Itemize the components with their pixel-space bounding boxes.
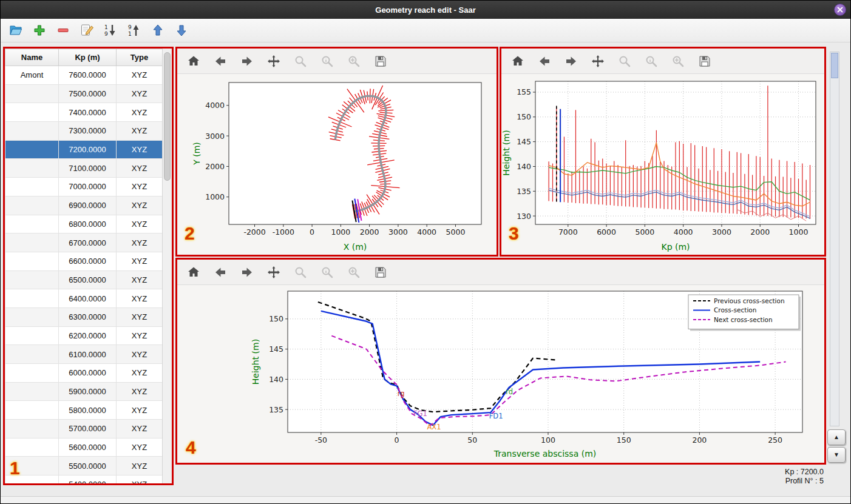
home-icon[interactable]	[186, 264, 202, 280]
remove-icon[interactable]	[55, 22, 71, 38]
save-icon[interactable]	[373, 53, 388, 69]
table-row[interactable]: 6700.0000XYZ	[5, 234, 163, 252]
open-icon[interactable]	[8, 22, 24, 38]
zoom-icon[interactable]	[293, 53, 308, 69]
svg-text:7000: 7000	[558, 227, 578, 237]
table-scrollbar[interactable]	[162, 49, 172, 483]
table-row[interactable]: 6600.0000XYZ	[5, 252, 163, 270]
move-down-icon[interactable]	[174, 22, 189, 38]
table-scrollbar-thumb[interactable]	[164, 52, 171, 181]
table-row[interactable]: 5800.0000XYZ	[5, 401, 163, 420]
table-row[interactable]: 5700.0000XYZ	[5, 420, 163, 438]
close-button[interactable]	[834, 4, 846, 16]
profile-previous-button[interactable]: ▲	[827, 429, 846, 445]
column-header-kp: Kp (m)	[59, 49, 117, 66]
edit-icon[interactable]	[79, 22, 95, 38]
forward-icon[interactable]	[563, 53, 579, 69]
cell-type: XYZ	[117, 66, 163, 85]
forward-icon[interactable]	[239, 264, 255, 280]
svg-text:Previous cross-section: Previous cross-section	[714, 297, 785, 304]
forward-icon[interactable]	[239, 53, 255, 69]
title-bar[interactable]: Geometry reach edit - Saar	[1, 1, 850, 19]
table-row[interactable]: 6000.0000XYZ	[5, 364, 163, 383]
cell-type: XYZ	[117, 364, 163, 383]
move-up-icon[interactable]	[150, 22, 166, 38]
cell-type: XYZ	[117, 420, 163, 438]
cell-kp: 6800.0000	[59, 215, 117, 234]
back-icon[interactable]	[212, 53, 228, 69]
back-icon[interactable]	[212, 264, 228, 280]
cell-type: XYZ	[117, 178, 163, 197]
home-icon[interactable]	[186, 53, 202, 69]
cell-name	[5, 270, 59, 289]
table-row[interactable]: 6300.0000XYZ	[5, 307, 163, 326]
save-icon[interactable]	[697, 53, 713, 69]
pan-icon[interactable]	[590, 53, 606, 69]
cross-section-chart[interactable]: -50050100150200250135140145150rgrdFG1AX1…	[177, 285, 824, 462]
pan-icon[interactable]	[266, 264, 282, 280]
table-row[interactable]: 6800.0000XYZ	[5, 215, 163, 234]
table-row[interactable]: 5600.0000XYZ	[5, 438, 163, 457]
plan-view-chart[interactable]: -2000-1000010002000300040005000100020003…	[177, 74, 497, 255]
svg-text:Cross-section: Cross-section	[714, 306, 756, 314]
pan-icon[interactable]	[266, 53, 282, 69]
add-icon[interactable]	[32, 22, 47, 38]
table-row[interactable]: 5900.0000XYZ	[5, 382, 163, 401]
main-scrollbar[interactable]	[830, 52, 839, 426]
table-row[interactable]: 6100.0000XYZ	[5, 345, 163, 364]
cell-kp: 7300.0000	[59, 122, 117, 141]
table-row[interactable]: 7300.0000XYZ	[5, 122, 163, 141]
cell-kp: 6500.0000	[59, 270, 117, 289]
status-profil: Profil N° : 5	[699, 477, 824, 485]
annotation-number-2: 2	[185, 224, 195, 243]
cell-kp: 7100.0000	[59, 159, 117, 178]
table-row[interactable]: 6200.0000XYZ	[5, 326, 163, 345]
sort-descending-icon[interactable]: 19	[103, 22, 118, 38]
zoom-region-icon[interactable]	[346, 264, 362, 280]
svg-text:200: 200	[692, 435, 707, 445]
zoom-info-icon[interactable]	[319, 53, 335, 69]
zoom-info-icon[interactable]	[319, 264, 335, 280]
zoom-icon[interactable]	[617, 53, 632, 69]
table-row[interactable]: 6500.0000XYZ	[5, 270, 163, 289]
cell-type: XYZ	[117, 234, 163, 252]
zoom-region-icon[interactable]	[670, 53, 686, 69]
table-row[interactable]: Amont7600.0000XYZ	[5, 66, 163, 85]
table-row[interactable]: 7000.0000XYZ	[5, 178, 163, 197]
table-row[interactable]: 6400.0000XYZ	[5, 289, 163, 308]
svg-text:FG1: FG1	[413, 409, 427, 418]
table-row[interactable]: 7100.0000XYZ	[5, 159, 163, 178]
annotation-number-3: 3	[509, 224, 519, 243]
main-scrollbar-thumb[interactable]	[831, 53, 838, 78]
table-row[interactable]: 5400.0000XYZ	[5, 475, 163, 483]
cell-type: XYZ	[117, 103, 163, 122]
cell-name	[5, 84, 59, 103]
table-row[interactable]: 7500.0000XYZ	[5, 84, 163, 103]
cross-section-toolbar	[177, 260, 824, 285]
longitudinal-profile-chart[interactable]: 7000600050004000300020001000130135140145…	[501, 74, 824, 255]
save-icon[interactable]	[373, 264, 388, 280]
cell-name	[5, 289, 59, 308]
cell-kp: 6300.0000	[59, 307, 117, 326]
profile-next-button[interactable]: ▼	[827, 447, 846, 463]
back-icon[interactable]	[537, 53, 552, 69]
svg-text:50: 50	[467, 435, 477, 445]
table-row[interactable]: 5500.0000XYZ	[5, 457, 163, 475]
table-row[interactable]: 7400.0000XYZ	[5, 103, 163, 122]
longitudinal-profile-panel: 7000600050004000300020001000130135140145…	[500, 47, 826, 257]
cell-type: XYZ	[117, 289, 163, 308]
status-kp: Kp : 7200.0	[699, 468, 824, 476]
zoom-info-icon[interactable]	[643, 53, 659, 69]
sort-ascending-icon[interactable]: 91	[126, 22, 142, 38]
zoom-region-icon[interactable]	[346, 53, 362, 69]
zoom-icon[interactable]	[293, 264, 308, 280]
table-row[interactable]: 7200.0000XYZ	[5, 140, 163, 159]
cell-kp: 6700.0000	[59, 234, 117, 252]
column-header-name: Name	[5, 49, 59, 66]
home-icon[interactable]	[510, 53, 526, 69]
plan-view-panel: -2000-1000010002000300040005000100020003…	[175, 47, 498, 257]
cell-name	[5, 215, 59, 234]
svg-text:3000: 3000	[388, 227, 408, 237]
svg-text:6000: 6000	[597, 227, 616, 237]
table-row[interactable]: 6900.0000XYZ	[5, 196, 163, 215]
